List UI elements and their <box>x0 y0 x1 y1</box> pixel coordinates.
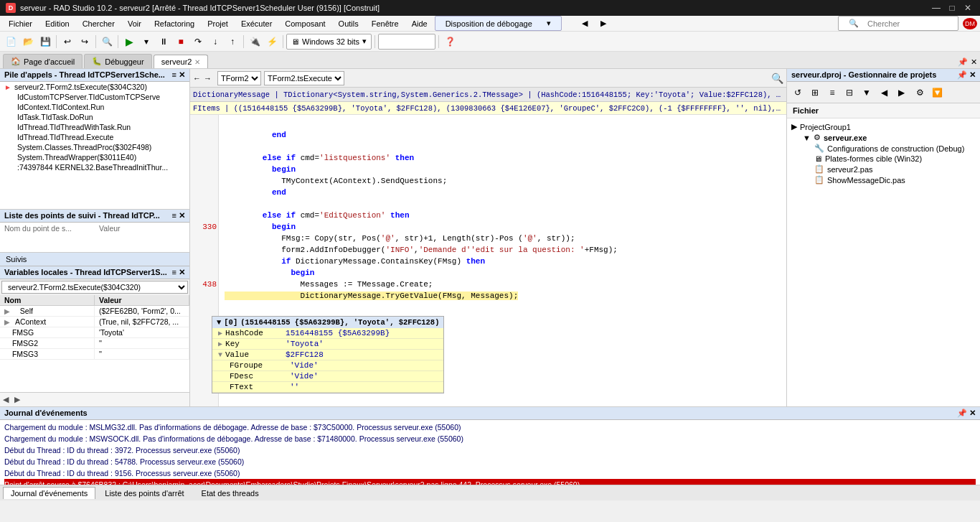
local-vars-selector[interactable]: serveur2.TForm2.tsExecute($304C320) <box>1 281 188 294</box>
step-in-btn[interactable]: ↓ <box>207 34 223 50</box>
pause-btn[interactable]: ⏸ <box>156 34 171 50</box>
ftext-value: '' <box>290 383 299 391</box>
nav-back-icon[interactable]: ◀ <box>576 17 593 29</box>
project-tree: ▶ ProjectGroup1 ▼ ⚙ serveur.exe 🔧 Config… <box>787 118 980 406</box>
menu-edition[interactable]: Edition <box>39 18 75 29</box>
log-tab-breakpoints[interactable]: Liste des points d'arrêt <box>97 487 192 499</box>
menu-executer[interactable]: Exécuter <box>235 18 278 29</box>
value-expand-icon[interactable]: ▼ <box>218 351 222 359</box>
tab-debugger[interactable]: 🐛 Débuggeur <box>84 54 151 68</box>
menu-chercher[interactable]: Chercher <box>77 18 121 29</box>
nav-fwd-icon[interactable]: ▶ <box>595 17 612 29</box>
menu-composant[interactable]: Composant <box>279 18 331 29</box>
run-btn[interactable]: ▶ <box>121 34 137 50</box>
local-var-name: ▶ AContext <box>0 317 95 327</box>
call-stack-item[interactable]: System.Classes.ThreadProc($302F498) <box>0 142 189 152</box>
layout-dropdown[interactable]: Disposition de débogage ▾ <box>435 16 562 31</box>
suivis-button[interactable]: Suivis <box>0 253 189 266</box>
right-panel-toolbar: ↺ ⊞ ≡ ⊟ ▼ ◀ ▶ ⚙ 🔽 <box>787 82 980 103</box>
hashcode-expand-icon[interactable]: ▶ <box>218 329 222 337</box>
method-selector[interactable]: TForm2.tsExecute <box>264 71 344 85</box>
new-btn[interactable]: 📄 <box>3 34 19 50</box>
menu-projet[interactable]: Projet <box>202 18 234 29</box>
menu-outils[interactable]: Outils <box>333 18 364 29</box>
rp-expand-btn[interactable]: ⊞ <box>807 85 823 101</box>
editor-search-icon[interactable]: 🔍 <box>771 73 783 84</box>
redo-btn[interactable]: ↪ <box>77 34 93 50</box>
stop-btn[interactable]: ■ <box>173 34 189 50</box>
tab-home[interactable]: 🏠 Page d'accueil <box>3 54 83 68</box>
log-tab-events[interactable]: Journal d'événements <box>3 487 95 499</box>
call-stack-item[interactable]: :74397844 KERNEL32.BaseThreadInitThur... <box>0 162 189 172</box>
search-input[interactable] <box>867 19 953 28</box>
event-log-content: Chargement du module : MSLMG32.dll. Pas … <box>0 420 980 485</box>
local-var-row[interactable]: ▶ Self ($2FE62B0, 'Form2', 0... <box>0 306 189 317</box>
search-in-code-btn[interactable]: 🔍 <box>99 34 115 50</box>
call-stack-item[interactable]: System.ThreadWrapper($3011E40) <box>0 152 189 162</box>
local-var-row[interactable]: ▶ AContext (True, nil, $2FFC728, ... <box>0 317 189 327</box>
open-btn[interactable]: 📂 <box>20 34 36 50</box>
debug-data-text: DictionaryMessage | TDictionary<System.s… <box>193 90 783 99</box>
tab-serveur2[interactable]: serveur2 ✕ <box>154 55 209 68</box>
local-var-row[interactable]: FMSG3 '' <box>0 349 189 360</box>
local-var-expand-icon[interactable]: ▶ <box>4 318 10 326</box>
call-stack-item[interactable]: ►serveur2.TForm2.tsExecute($304C320) <box>0 82 189 92</box>
menu-fenetre[interactable]: Fenêtre <box>366 18 405 29</box>
rp-filter-btn[interactable]: 🔽 <box>929 85 945 101</box>
call-stack-item[interactable]: IdContext.TIdContext.Run <box>0 102 189 112</box>
tree-project-group[interactable]: ▶ ProjectGroup1 <box>790 121 977 132</box>
tree-showmessage-pas[interactable]: 📋 ShowMessageDic.pas <box>813 174 977 185</box>
rp-options-btn[interactable]: ⚙ <box>912 85 928 101</box>
close-button[interactable]: ✕ <box>961 3 974 13</box>
menu-aide[interactable]: Aide <box>406 18 433 29</box>
tree-serveur2-pas[interactable]: 📋 serveur2.pas <box>813 164 977 174</box>
rp-collapse-btn[interactable]: ⊟ <box>842 85 857 101</box>
tab-pin-icon[interactable]: 📌 <box>958 57 968 67</box>
platform-selector[interactable]: 🖥 Windows 32 bits ▾ <box>286 34 372 50</box>
rp-right-btn[interactable]: ▶ <box>893 85 909 101</box>
tree-serveur-exe[interactable]: ▼ ⚙ serveur.exe <box>801 132 977 143</box>
run-dropdown-btn[interactable]: ▾ <box>138 34 154 50</box>
rp-list-btn[interactable]: ≡ <box>824 85 840 101</box>
disconnect-btn[interactable]: ⚡ <box>264 34 280 50</box>
tab-close-icon[interactable]: ✕ <box>194 58 200 66</box>
menu-refactoring[interactable]: Refactoring <box>149 18 200 29</box>
editor-back-btn[interactable]: ← <box>193 74 201 83</box>
showmessage-pas-label: ShowMessageDic.pas <box>827 176 905 185</box>
editor-fwd-btn[interactable]: → <box>204 74 212 83</box>
footer-next-btn[interactable]: ▶ <box>11 395 23 404</box>
local-vars-table: ▶ Self ($2FE62B0, 'Form2', 0... ▶ AConte… <box>0 306 189 392</box>
save-btn[interactable]: 💾 <box>37 34 53 50</box>
help-btn[interactable]: ❓ <box>442 34 458 50</box>
tree-build-configs[interactable]: 🔧 Configurations de construction (Debug) <box>813 143 977 154</box>
tab-close-all-icon[interactable]: ✕ <box>971 57 977 67</box>
rp-refresh-btn[interactable]: ↺ <box>790 85 806 101</box>
config-combo[interactable] <box>378 34 435 50</box>
connect-btn[interactable]: 🔌 <box>247 34 263 50</box>
class-selector[interactable]: TForm2 <box>217 71 261 85</box>
code-editor[interactable]: 330 438 end else if cmd='listquestions' … <box>190 115 786 406</box>
call-stack-item[interactable]: IdThread.TIdThread.Execute <box>0 132 189 142</box>
local-var-expand-icon[interactable]: ▶ <box>4 307 10 315</box>
log-tab-threads[interactable]: Etat des threads <box>194 487 267 499</box>
step-over-btn[interactable]: ↷ <box>190 34 206 50</box>
rp-down-btn[interactable]: ▼ <box>859 85 875 101</box>
search-box[interactable]: 🔍 <box>838 16 958 31</box>
footer-prev-btn[interactable]: ◀ <box>0 395 11 404</box>
call-stack-item[interactable]: IdThread.TIdThreadWithTask.Run <box>0 122 189 132</box>
minimize-button[interactable]: — <box>930 3 943 13</box>
local-var-row[interactable]: FMSG2 '' <box>0 338 189 349</box>
rp-left-btn[interactable]: ◀ <box>876 85 892 101</box>
local-var-row[interactable]: FMSG 'Toyota' <box>0 327 189 338</box>
maximize-button[interactable]: □ <box>946 3 958 13</box>
menu-fichier[interactable]: Fichier <box>3 18 38 29</box>
local-var-name: FMSG <box>0 327 95 337</box>
tree-platforms[interactable]: 🖥 Plates-formes cible (Win32) <box>813 154 977 164</box>
call-stack-item[interactable]: IdTask.TIdTask.DoRun <box>0 112 189 122</box>
expand-icon[interactable]: ▼ <box>217 318 221 327</box>
step-out-btn[interactable]: ↑ <box>225 34 240 50</box>
call-stack-item[interactable]: IdCustomTCPServer.TIdCustomTCPServe <box>0 92 189 102</box>
menu-voir[interactable]: Voir <box>122 18 147 29</box>
undo-btn[interactable]: ↩ <box>60 34 75 50</box>
key-expand-icon[interactable]: ▶ <box>218 340 222 348</box>
